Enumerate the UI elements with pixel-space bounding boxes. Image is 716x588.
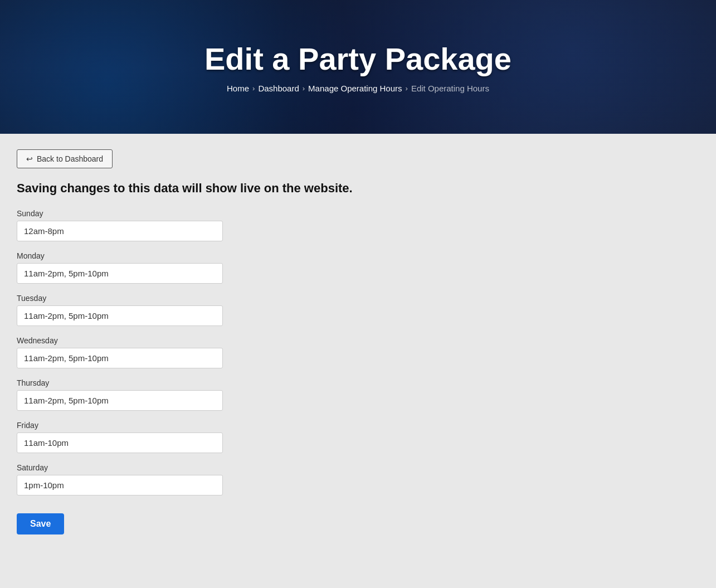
input-friday[interactable] (17, 433, 223, 453)
input-saturday[interactable] (17, 475, 223, 495)
input-wednesday[interactable] (17, 348, 223, 368)
main-content: ↩ Back to Dashboard Saving changes to th… (0, 134, 716, 557)
live-notice: Saving changes to this data will show li… (17, 181, 699, 197)
label-thursday: Thursday (17, 378, 699, 387)
page-title: Edit a Party Package (204, 41, 512, 77)
breadcrumb-home[interactable]: Home (227, 84, 249, 93)
input-sunday[interactable] (17, 221, 223, 241)
save-label: Save (30, 519, 51, 528)
back-button-label: Back to Dashboard (37, 154, 103, 163)
operating-hours-form: SundayMondayTuesdayWednesdayThursdayFrid… (17, 209, 699, 534)
label-tuesday: Tuesday (17, 294, 699, 303)
back-arrow-icon: ↩ (26, 154, 33, 163)
label-sunday: Sunday (17, 209, 699, 218)
form-group-monday: Monday (17, 251, 699, 284)
input-thursday[interactable] (17, 390, 223, 411)
form-group-sunday: Sunday (17, 209, 699, 241)
breadcrumb-dashboard[interactable]: Dashboard (258, 84, 299, 93)
form-group-saturday: Saturday (17, 463, 699, 495)
breadcrumb-separator-1: › (252, 84, 255, 93)
input-tuesday[interactable] (17, 305, 223, 326)
breadcrumb-manage[interactable]: Manage Operating Hours (308, 84, 402, 93)
save-button[interactable]: Save (17, 513, 64, 534)
label-wednesday: Wednesday (17, 336, 699, 345)
form-group-tuesday: Tuesday (17, 294, 699, 326)
form-group-wednesday: Wednesday (17, 336, 699, 368)
label-saturday: Saturday (17, 463, 699, 472)
back-to-dashboard-button[interactable]: ↩ Back to Dashboard (17, 149, 113, 168)
form-group-thursday: Thursday (17, 378, 699, 411)
breadcrumb-separator-3: › (406, 84, 408, 93)
label-friday: Friday (17, 421, 699, 430)
hero-banner: Edit a Party Package Home › Dashboard › … (0, 0, 716, 134)
breadcrumb: Home › Dashboard › Manage Operating Hour… (227, 84, 489, 93)
input-monday[interactable] (17, 263, 223, 284)
label-monday: Monday (17, 251, 699, 260)
breadcrumb-separator-2: › (303, 84, 305, 93)
form-group-friday: Friday (17, 421, 699, 453)
breadcrumb-current: Edit Operating Hours (411, 84, 489, 93)
